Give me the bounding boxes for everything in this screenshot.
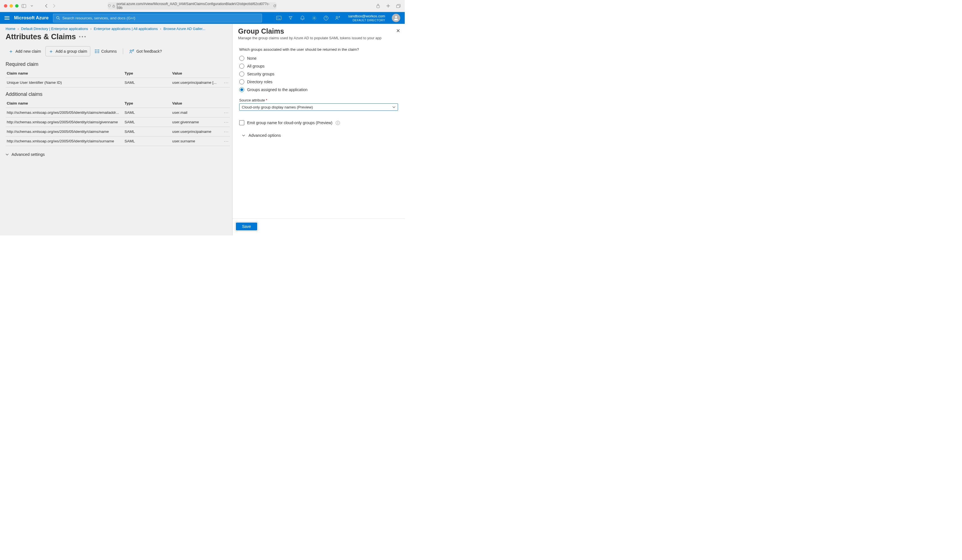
claim-type: SAML — [123, 137, 171, 146]
radio-all-groups[interactable]: All groups — [239, 62, 398, 70]
radio-groups-assigned[interactable]: Groups assigned to the application — [239, 86, 398, 93]
sidebar-toggle-icon[interactable] — [21, 3, 26, 8]
radio-security-groups[interactable]: Security groups — [239, 70, 398, 78]
account-info[interactable]: sandbox@workos.com DEFAULT DIRECTORY — [348, 14, 387, 22]
chevron-right-icon: › — [90, 27, 92, 31]
close-window-icon[interactable] — [4, 4, 7, 8]
svg-rect-6 — [276, 16, 281, 20]
add-new-claim-button[interactable]: ＋ Add new claim — [6, 47, 44, 56]
crumb-browse[interactable]: Browse Azure AD Galler... — [163, 27, 206, 31]
forward-icon[interactable] — [52, 3, 56, 8]
panel-title: Group Claims — [238, 27, 399, 35]
browser-chrome: portal.azure.com/#view/Microsoft_AAD_IAM… — [0, 0, 405, 12]
table-row[interactable]: http://schemas.xmlsoap.org/ws/2005/05/id… — [6, 117, 230, 127]
row-actions[interactable]: ··· — [219, 127, 230, 137]
more-icon[interactable]: ··· — [79, 32, 87, 41]
table-row[interactable]: Unique User Identifier (Name ID)SAMLuser… — [6, 78, 230, 87]
additional-claims-table: Claim name Type Value http://schemas.xml… — [6, 99, 230, 146]
row-actions[interactable]: ··· — [219, 117, 230, 127]
svg-rect-2 — [113, 6, 115, 7]
advanced-options-toggle[interactable]: Advanced options — [236, 131, 401, 140]
claim-type: SAML — [123, 78, 171, 87]
table-row[interactable]: http://schemas.xmlsoap.org/ws/2005/05/id… — [6, 108, 230, 117]
add-group-claim-label: Add a group claim — [55, 49, 87, 53]
table-row[interactable]: http://schemas.xmlsoap.org/ws/2005/05/id… — [6, 127, 230, 137]
cloud-shell-icon[interactable] — [273, 12, 285, 24]
feedback-button[interactable]: Got feedback? — [126, 48, 165, 55]
reload-icon[interactable] — [273, 4, 276, 8]
columns-button[interactable]: Columns — [92, 48, 119, 55]
crumb-apps[interactable]: Enterprise applications | All applicatio… — [94, 27, 158, 31]
brand-label[interactable]: Microsoft Azure — [14, 15, 48, 21]
group-options-card: Which groups associated with the user sh… — [236, 45, 401, 115]
required-claims-table: Claim name Type Value Unique User Identi… — [6, 69, 230, 87]
group-question-label: Which groups associated with the user sh… — [239, 47, 398, 51]
svg-point-8 — [324, 16, 328, 20]
page-title-text: Attributes & Claims — [6, 32, 76, 41]
crumb-directory[interactable]: Default Directory | Enterprise applicati… — [21, 27, 88, 31]
claim-name: http://schemas.xmlsoap.org/ws/2005/05/id… — [6, 127, 123, 137]
header-icons — [273, 12, 344, 24]
search-input[interactable]: Search resources, services, and docs (G+… — [53, 14, 262, 23]
radio-directory-roles[interactable]: Directory roles — [239, 78, 398, 86]
row-actions[interactable]: ··· — [219, 108, 230, 117]
radio-security-label: Security groups — [247, 72, 274, 76]
svg-point-5 — [56, 16, 59, 19]
menu-icon[interactable] — [5, 16, 10, 19]
radio-icon — [239, 56, 244, 61]
claim-name: http://schemas.xmlsoap.org/ws/2005/05/id… — [6, 108, 123, 117]
svg-point-7 — [313, 18, 315, 19]
row-actions[interactable]: ··· — [219, 78, 230, 87]
table-row[interactable]: http://schemas.xmlsoap.org/ws/2005/05/id… — [6, 137, 230, 146]
search-placeholder: Search resources, services, and docs (G+… — [62, 16, 135, 20]
info-icon[interactable]: i — [336, 121, 340, 125]
claim-value: user.givenname — [171, 117, 219, 127]
source-attribute-value: Cloud-only group display names (Preview) — [242, 105, 313, 109]
share-icon[interactable] — [376, 3, 381, 8]
emit-checkbox-row[interactable]: Emit group name for cloud-only groups (P… — [236, 115, 401, 131]
lock-icon — [113, 5, 115, 8]
claim-value: user.mail — [171, 108, 219, 117]
maximize-window-icon[interactable] — [15, 4, 18, 8]
panel-subtitle: Manage the group claims used by Azure AD… — [238, 36, 399, 40]
svg-point-10 — [395, 16, 397, 18]
claim-value: user.userprincipalname — [171, 127, 219, 137]
notifications-icon[interactable] — [297, 12, 308, 24]
radio-none[interactable]: None — [239, 55, 398, 62]
claim-type: SAML — [123, 127, 171, 137]
url-bar[interactable]: portal.azure.com/#view/Microsoft_AAD_IAM… — [108, 2, 276, 10]
panel-body: Which groups associated with the user sh… — [232, 41, 405, 218]
close-icon[interactable]: ✕ — [396, 28, 400, 34]
url-text: portal.azure.com/#view/Microsoft_AAD_IAM… — [117, 2, 270, 10]
source-attribute-select[interactable]: Cloud-only group display names (Preview) — [239, 103, 398, 111]
avatar[interactable] — [392, 14, 400, 22]
add-new-claim-label: Add new claim — [15, 49, 41, 53]
feedback-icon[interactable] — [332, 12, 344, 24]
window-controls[interactable] — [4, 4, 18, 8]
search-icon — [56, 16, 60, 20]
tabs-icon[interactable] — [396, 3, 401, 8]
claim-type: SAML — [123, 108, 171, 117]
filter-icon[interactable] — [285, 12, 297, 24]
radio-icon — [239, 71, 244, 77]
claim-name: http://schemas.xmlsoap.org/ws/2005/05/id… — [6, 117, 123, 127]
new-tab-icon[interactable] — [386, 3, 391, 8]
chevron-down-icon[interactable] — [29, 3, 34, 8]
claim-type: SAML — [123, 117, 171, 127]
azure-header: Microsoft Azure Search resources, servic… — [0, 12, 405, 24]
back-icon[interactable] — [44, 3, 49, 8]
col-claim-name: Claim name — [6, 99, 123, 108]
crumb-home[interactable]: Home — [6, 27, 15, 31]
col-value: Value — [171, 69, 219, 78]
svg-rect-0 — [22, 4, 26, 8]
chevron-right-icon: › — [18, 27, 19, 31]
checkbox-icon — [239, 120, 244, 125]
minimize-window-icon[interactable] — [10, 4, 13, 8]
row-actions[interactable]: ··· — [219, 137, 230, 146]
source-attribute-label: Source attribute* — [239, 98, 398, 102]
help-icon[interactable] — [320, 12, 332, 24]
gear-icon[interactable] — [308, 12, 320, 24]
panel-footer: Save — [232, 218, 405, 235]
add-group-claim-button[interactable]: ＋ Add a group claim — [45, 46, 90, 56]
save-button[interactable]: Save — [236, 222, 257, 230]
